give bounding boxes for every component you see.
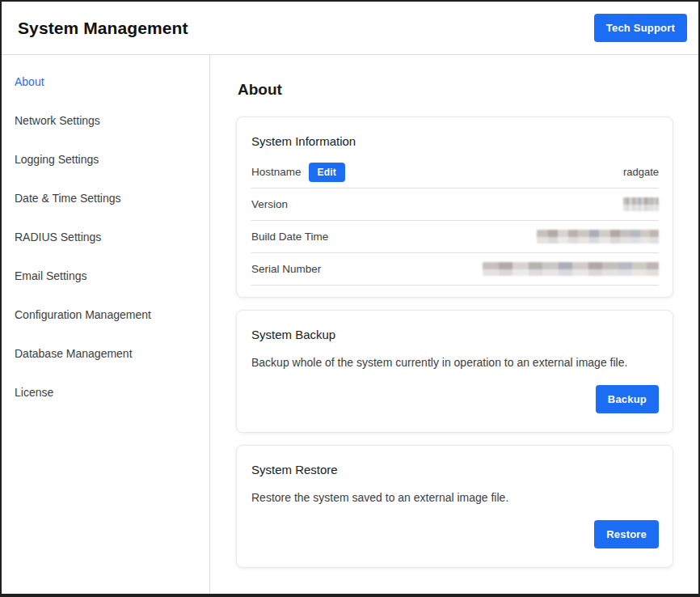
serial-number-row: Serial Number xyxy=(251,253,659,286)
system-restore-title: System Restore xyxy=(251,463,659,476)
app-window: System Management Tech Support About Net… xyxy=(0,0,700,597)
sidebar-item-about[interactable]: About xyxy=(2,62,209,101)
version-row: Version xyxy=(251,188,659,221)
restore-button[interactable]: Restore xyxy=(594,520,659,548)
section-heading-about: About xyxy=(238,81,673,99)
sidebar-item-logging-settings[interactable]: Logging Settings xyxy=(2,140,209,179)
page-title: System Management xyxy=(18,19,188,38)
hostname-edit-button[interactable]: Edit xyxy=(309,163,345,182)
system-backup-actions: Backup xyxy=(251,380,659,421)
system-backup-description: Backup whole of the system currently in … xyxy=(251,356,659,369)
hostname-label: Hostname xyxy=(251,166,302,178)
hostname-value: radgate xyxy=(623,166,659,178)
sidebar-item-database-management[interactable]: Database Management xyxy=(2,334,209,373)
tech-support-button[interactable]: Tech Support xyxy=(594,14,687,42)
version-label: Version xyxy=(251,198,288,210)
system-restore-description: Restore the system saved to an external … xyxy=(251,491,659,504)
sidebar-item-email-settings[interactable]: Email Settings xyxy=(2,256,209,295)
serial-number-label: Serial Number xyxy=(251,263,321,275)
app-body: About Network Settings Logging Settings … xyxy=(2,55,698,594)
sidebar-item-license[interactable]: License xyxy=(2,373,209,412)
build-date-time-row: Build Date Time xyxy=(251,221,659,253)
sidebar-item-radius-settings[interactable]: RADIUS Settings xyxy=(2,218,209,256)
hostname-row: Hostname Edit radgate xyxy=(251,156,659,188)
app-header: System Management Tech Support xyxy=(2,2,698,55)
sidebar-item-date-time-settings[interactable]: Date & Time Settings xyxy=(2,179,209,218)
main-content: About System Information Hostname Edit r… xyxy=(210,55,698,594)
sidebar-item-network-settings[interactable]: Network Settings xyxy=(2,101,209,140)
backup-button[interactable]: Backup xyxy=(596,385,659,413)
version-value-redacted xyxy=(623,197,659,211)
system-backup-card: System Backup Backup whole of the system… xyxy=(236,310,673,433)
system-information-card: System Information Hostname Edit radgate… xyxy=(236,116,673,298)
sidebar-nav: About Network Settings Logging Settings … xyxy=(2,55,210,594)
sidebar-item-configuration-management[interactable]: Configuration Management xyxy=(2,295,209,334)
system-restore-card: System Restore Restore the system saved … xyxy=(236,445,673,568)
system-backup-title: System Backup xyxy=(251,328,659,341)
hostname-row-left: Hostname Edit xyxy=(251,163,345,182)
build-date-time-label: Build Date Time xyxy=(251,231,328,243)
build-date-time-value-redacted xyxy=(537,230,659,243)
system-information-title: System Information xyxy=(251,134,659,148)
serial-number-value-redacted xyxy=(483,262,659,276)
system-restore-actions: Restore xyxy=(251,515,659,556)
